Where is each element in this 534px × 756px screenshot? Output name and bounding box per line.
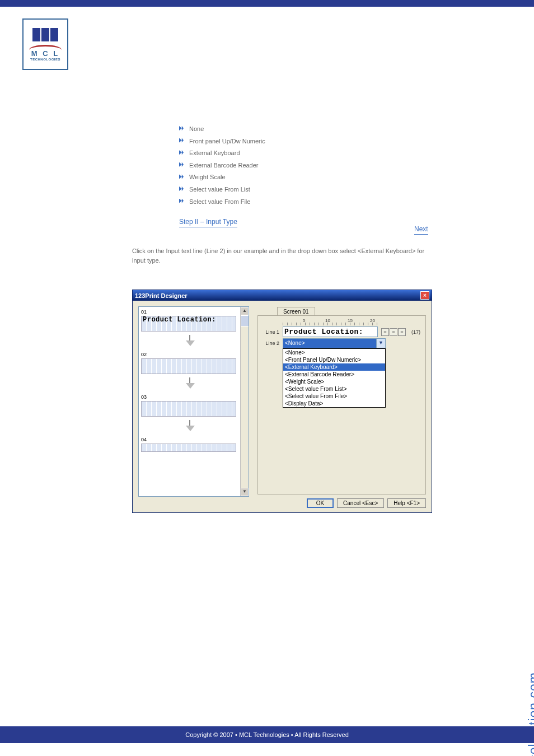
logo: M C L TECHNOLOGIES <box>22 18 68 70</box>
down-arrow-icon <box>185 335 195 348</box>
align-right-icon[interactable]: ≡ <box>398 328 406 336</box>
combo-option[interactable]: <Display Data> <box>283 400 385 407</box>
logo-text: M C L <box>30 49 60 58</box>
app-window: 123Print Designer × 01 Product Location:… <box>132 290 432 513</box>
down-arrow-icon <box>185 420 195 433</box>
help-button[interactable]: Help <F1> <box>387 498 426 508</box>
input-type-list: None Front panel Up/Dw Numeric External … <box>179 123 425 208</box>
screen-preview[interactable]: Product Location: <box>141 316 236 332</box>
combo-selected: <None> <box>285 340 305 346</box>
dialog-buttons: OK Cancel <Esc> Help <F1> <box>307 498 426 508</box>
list-item: External Barcode Reader <box>179 160 425 172</box>
intro-text: Click on the Input text line (Line 2) in… <box>132 246 432 265</box>
preview-text: Product Location: <box>142 316 236 324</box>
list-item: Weight Scale <box>179 171 425 184</box>
line2-label: Line 2 <box>261 340 279 346</box>
list-item: Front panel Up/Dw Numeric <box>179 136 425 148</box>
screen-number: 02 <box>141 352 238 357</box>
ok-button[interactable]: OK <box>307 498 334 508</box>
combo-option[interactable]: <None> <box>283 349 385 356</box>
side-url-text[interactable]: www.mcl-collection.com <box>526 672 534 756</box>
screen-number: 03 <box>141 394 238 400</box>
combo-option[interactable]: <External Barcode Reader> <box>283 371 385 378</box>
step-link[interactable]: Step II – Input Type <box>179 218 237 227</box>
combo-dropdown[interactable]: <None> <Front Panel Up/Dw Numeric> <Exte… <box>283 348 386 408</box>
down-arrow-icon <box>185 377 195 391</box>
align-left-icon[interactable]: ≡ <box>381 328 389 336</box>
screen-preview[interactable] <box>141 358 236 374</box>
line1-field[interactable]: Product Location: <box>283 326 378 337</box>
window-title: 123Print Designer <box>135 292 188 299</box>
cancel-button[interactable]: Cancel <Esc> <box>337 498 384 508</box>
main-content: None Front panel Up/Dw Numeric External … <box>179 123 425 227</box>
ruler: 5 10 15 20 <box>283 319 378 325</box>
logo-sub: TECHNOLOGIES <box>30 58 60 61</box>
screen-preview[interactable] <box>141 401 236 417</box>
screen-preview[interactable] <box>141 444 236 452</box>
scrollbar[interactable]: ▲ ▼ <box>240 307 249 496</box>
combo-option[interactable]: <Front Panel Up/Dw Numeric> <box>283 356 385 363</box>
combo-option[interactable]: <External Keyboard> <box>283 363 385 371</box>
char-count: (17) <box>411 329 420 335</box>
screen-number: 04 <box>141 437 238 442</box>
tab-screen[interactable]: Screen 01 <box>277 307 315 316</box>
editor-pane: Screen 01 5 10 15 20 Line 1 Product Loca… <box>266 306 426 497</box>
combo-option[interactable]: <Select value From List> <box>283 385 385 393</box>
next-link[interactable]: Next <box>414 225 428 235</box>
list-item: None <box>179 123 425 136</box>
chevron-down-icon[interactable]: ▼ <box>376 339 385 348</box>
align-center-icon[interactable]: ≡ <box>390 328 397 336</box>
scroll-thumb[interactable] <box>241 315 249 326</box>
footer: Copyright © 2007 • MCL Technologies • Al… <box>0 726 534 743</box>
top-bar <box>0 0 534 7</box>
window-titlebar: 123Print Designer × <box>133 290 432 301</box>
side-url: www.mcl-collection.com <box>509 381 526 694</box>
combo-option[interactable]: <Weight Scale> <box>283 378 385 385</box>
close-icon[interactable]: × <box>420 291 429 300</box>
screen-number: 01 <box>141 309 238 315</box>
scroll-up-icon[interactable]: ▲ <box>241 307 249 315</box>
list-item: Select value From File <box>179 196 425 208</box>
scroll-down-icon[interactable]: ▼ <box>241 488 249 496</box>
input-type-combo[interactable]: <None> ▼ <None> <Front Panel Up/Dw Numer… <box>283 338 386 348</box>
line1-label: Line 1 <box>261 329 279 335</box>
screens-list[interactable]: 01 Product Location: 02 03 04 ▲ ▼ <box>138 306 249 497</box>
list-item: Select value From List <box>179 184 425 196</box>
combo-option[interactable]: <Select value From File> <box>283 393 385 400</box>
list-item: External Keyboard <box>179 147 425 160</box>
